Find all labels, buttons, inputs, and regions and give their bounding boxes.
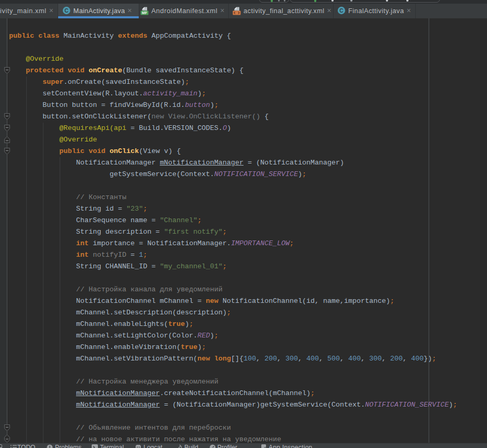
svg-text:MF: MF (142, 11, 148, 15)
svg-text:C: C (339, 8, 343, 14)
svg-text:C: C (64, 8, 68, 14)
